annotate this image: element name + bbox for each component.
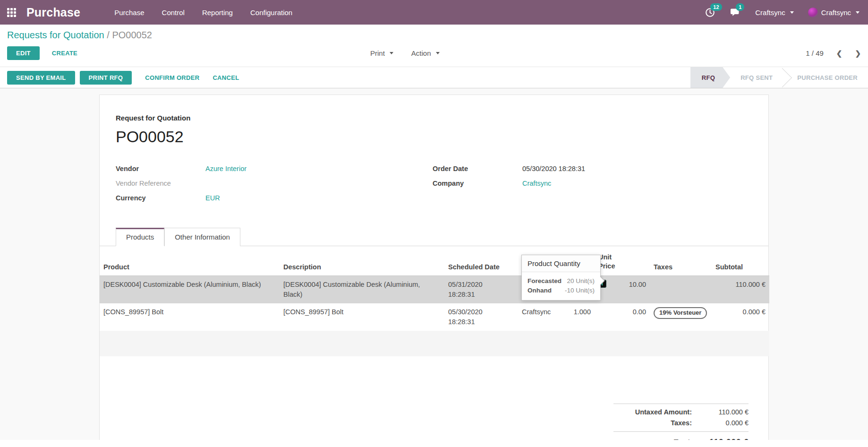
pager-next-icon[interactable]: ❯ — [855, 49, 861, 58]
cell-product[interactable]: [DESK0004] Customizable Desk (Aluminium,… — [100, 276, 280, 304]
column-header-unit-price[interactable]: Unit Price — [595, 246, 650, 276]
field-label: Vendor Reference — [116, 179, 205, 189]
print-dropdown-label: Print — [370, 49, 385, 57]
field-currency: CurrencyEUR — [116, 193, 433, 203]
tab-products[interactable]: Products — [116, 228, 164, 246]
cell-scheduled-date[interactable]: 05/31/2020 18:28:31 — [444, 276, 518, 304]
chevron-down-icon — [856, 11, 859, 14]
column-header-description[interactable]: Description — [280, 246, 444, 276]
field-group-right: Order Date05/30/2020 18:28:31CompanyCraf… — [433, 164, 768, 208]
field-vendor-reference: Vendor Reference — [116, 179, 433, 189]
table-header-row: Product Description Scheduled Date Unit … — [100, 246, 769, 276]
document-name: PO00052 — [116, 128, 768, 146]
odoo-app: Purchase PurchaseControlReportingConfigu… — [0, 0, 868, 440]
menu-purchase[interactable]: Purchase — [114, 9, 144, 17]
empty-cell — [100, 331, 769, 356]
cell-description[interactable]: [DESK0004] Customizable Desk (Aluminium,… — [280, 276, 444, 304]
control-panel-buttons: EDIT CREATE Print Action 1 / 49 ❮ ❯ — [7, 46, 861, 60]
document-type-label: Request for Quotation — [116, 114, 768, 122]
popover-row-forecasted: Forecasted20 Unit(s) — [528, 276, 595, 286]
total-value: 110.000 € — [692, 437, 749, 440]
tab-other-information[interactable]: Other Information — [164, 228, 240, 246]
popover-body: Forecasted20 Unit(s)Onhand-10 Unit(s) — [522, 272, 600, 300]
activity-menu-button[interactable]: 12 — [704, 7, 715, 18]
chevron-down-icon — [436, 52, 440, 54]
cancel-button[interactable]: CANCEL — [213, 71, 239, 85]
totals-block: Untaxed Amount: 110.000 € Taxes: 0.000 €… — [613, 404, 749, 440]
field-groups: VendorAzure InteriorVendor ReferenceCurr… — [100, 164, 768, 208]
cell-subtotal[interactable]: 110.000 € — [712, 276, 769, 304]
activity-count-badge: 12 — [710, 3, 722, 11]
column-header-product[interactable]: Product — [100, 246, 280, 276]
table-row[interactable]: [CONS_89957] Bolt[CONS_89957] Bolt05/30/… — [100, 303, 769, 331]
form-sheet: Request for Quotation PO00052 VendorAzur… — [99, 95, 769, 440]
menu-configuration[interactable]: Configuration — [250, 9, 292, 17]
untaxed-amount-value: 110.000 € — [692, 408, 749, 416]
create-button[interactable]: CREATE — [52, 46, 77, 60]
empty-cell — [100, 356, 769, 382]
statusbar-buttons: SEND BY EMAILPRINT RFQCONFIRM ORDERCANCE… — [7, 71, 239, 85]
field-vendor: VendorAzure Interior — [116, 164, 433, 174]
cell-subtotal[interactable]: 0.000 € — [712, 303, 769, 331]
app-brand[interactable]: Purchase — [26, 6, 80, 19]
field-group-left: VendorAzure InteriorVendor ReferenceCurr… — [116, 164, 433, 208]
user-menu[interactable]: Craftsync — [808, 8, 859, 17]
control-panel-dropdowns: Print Action — [367, 49, 443, 58]
taxes-label: Taxes: — [671, 419, 692, 427]
breadcrumb-separator: / — [107, 30, 110, 40]
column-header-subtotal[interactable]: Subtotal — [712, 246, 769, 276]
edit-button[interactable]: EDIT — [7, 46, 40, 60]
cell-taxes[interactable] — [650, 276, 712, 304]
column-header-scheduled-date[interactable]: Scheduled Date — [444, 246, 518, 276]
table-row[interactable]: [DESK0004] Customizable Desk (Aluminium,… — [100, 276, 769, 304]
chevron-down-icon — [390, 52, 393, 54]
send-by-email-button[interactable]: SEND BY EMAIL — [7, 71, 75, 85]
status-purchase-order[interactable]: PURCHASE ORDER — [783, 67, 868, 88]
menu-control[interactable]: Control — [162, 9, 185, 17]
messages-menu-button[interactable]: 1 — [730, 7, 741, 18]
confirm-order-button[interactable]: CONFIRM ORDER — [145, 71, 199, 85]
cell-company[interactable]: Craftsync — [518, 303, 560, 331]
unit-price-value: 10.00 — [629, 280, 646, 290]
cell-scheduled-date[interactable]: 05/30/2020 18:28:31 — [444, 303, 518, 331]
cell-product[interactable]: [CONS_89957] Bolt — [100, 303, 280, 331]
company-switcher[interactable]: Craftsync — [755, 9, 793, 17]
taxes-value: 0.000 € — [692, 419, 749, 427]
popover-row-onhand: Onhand-10 Unit(s) — [528, 286, 595, 295]
cell-description[interactable]: [CONS_89957] Bolt — [280, 303, 444, 331]
menu-reporting[interactable]: Reporting — [202, 9, 233, 17]
field-label: Currency — [116, 193, 205, 203]
avatar — [808, 8, 818, 17]
cell-quantity[interactable]: 1.000 — [560, 303, 595, 331]
top-navbar: Purchase PurchaseControlReportingConfigu… — [0, 0, 868, 25]
column-header-taxes[interactable]: Taxes — [650, 246, 712, 276]
cell-taxes[interactable]: 19% Vorsteuer — [650, 303, 712, 331]
print-dropdown[interactable]: Print — [367, 49, 396, 58]
print-rfq-button[interactable]: PRINT RFQ — [80, 71, 132, 85]
empty-row — [100, 356, 769, 382]
chevron-down-icon — [790, 11, 794, 14]
field-label: Order Date — [433, 164, 522, 174]
field-value[interactable]: Azure Interior — [205, 164, 247, 174]
cell-unit-price[interactable]: 0.00 — [595, 303, 650, 331]
tax-badge: 19% Vorsteuer — [654, 307, 707, 319]
action-dropdown-label: Action — [411, 49, 431, 57]
field-value[interactable]: EUR — [205, 193, 220, 203]
action-dropdown[interactable]: Action — [408, 49, 443, 58]
status-rfq[interactable]: RFQ — [690, 67, 730, 88]
popover-row-value: 20 Unit(s) — [567, 276, 595, 286]
field-label: Company — [433, 179, 522, 189]
breadcrumb-current: PO00052 — [112, 30, 152, 40]
user-menu-label: Craftsync — [821, 9, 851, 17]
popover-row-label: Onhand — [528, 286, 552, 295]
pager-previous-icon[interactable]: ❮ — [836, 49, 842, 58]
field-value[interactable]: Craftsync — [522, 179, 551, 189]
breadcrumb-parent-link[interactable]: Requests for Quotation — [7, 30, 104, 40]
field-order-date: Order Date05/30/2020 18:28:31 — [433, 164, 768, 174]
popover-title: Product Quantity — [522, 255, 600, 272]
field-value: 05/30/2020 18:28:31 — [522, 164, 585, 174]
navbar-systray: 12 1 Craftsync Craftsync — [704, 7, 868, 18]
apps-menu-icon[interactable] — [7, 8, 16, 17]
field-label: Vendor — [116, 164, 205, 174]
breadcrumb: Requests for Quotation / PO00052 — [7, 30, 861, 41]
